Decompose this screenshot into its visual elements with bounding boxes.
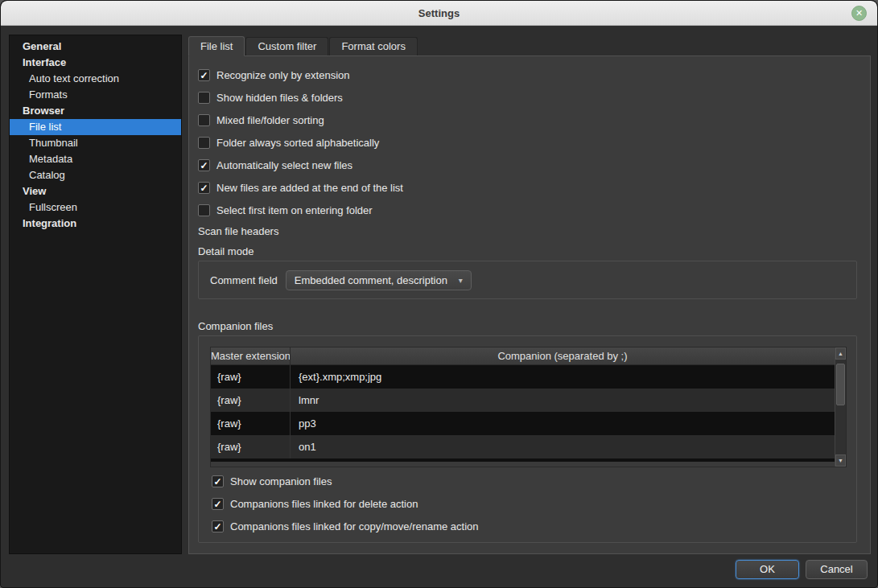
checkbox-label: Companions files linked for delete actio… (230, 498, 418, 510)
checkbox-mixed-sorting[interactable]: ✓ (198, 114, 210, 126)
checkbox-row: ✓ Mixed file/folder sorting (198, 113, 403, 126)
checkbox-row: ✓ Automatically select new files (198, 158, 403, 171)
checkbox-row: ✓ Companions files linked for delete act… (212, 497, 479, 510)
sidebar-item-general[interactable]: General (10, 39, 181, 55)
checkbox-label: Mixed file/folder sorting (216, 114, 324, 126)
sidebar-item-fullscreen[interactable]: Fullscreen (10, 199, 181, 216)
sidebar-item-metadata[interactable]: Metadata (10, 151, 181, 167)
sidebar: General Interface Auto text correction F… (9, 35, 182, 554)
comment-field-dropdown[interactable]: Embedded comment, description ▾ (286, 270, 472, 290)
chevron-down-icon: ▾ (459, 276, 463, 285)
checkbox-companions-copy-move-rename-action[interactable]: ✓ (212, 520, 224, 532)
sidebar-item-view[interactable]: View (10, 183, 181, 199)
checkbox-show-companion-files[interactable]: ✓ (212, 475, 224, 487)
check-icon: ✓ (213, 499, 221, 510)
cell-companion: lmnr (291, 389, 835, 412)
window-title: Settings (1, 1, 877, 26)
checkbox-label: Automatically select new files (216, 159, 352, 171)
cell-companion: {ext}.xmp;xmp;jpg (291, 365, 835, 389)
sidebar-item-file-list[interactable]: File list (10, 119, 181, 135)
table-header: Master extension Companion (separated by… (211, 347, 835, 365)
companion-files-label: Companion files (198, 320, 273, 332)
check-icon: ✓ (200, 70, 208, 81)
cell-companion: pp3 (291, 412, 835, 435)
checkbox-label: Companions files linked for copy/move/re… (230, 520, 479, 532)
tab-file-list[interactable]: File list (188, 36, 245, 56)
cell-master-extension: {raw} (211, 389, 291, 412)
checkbox-show-hidden-files[interactable]: ✓ (198, 92, 210, 104)
checkbox-label: Select first item on entering folder (216, 204, 373, 216)
table-row[interactable]: {raw} lmnr (211, 389, 835, 412)
close-button[interactable]: ✕ (851, 6, 867, 21)
checkbox-row: ✓ Show hidden files & folders (198, 91, 403, 104)
companion-table: Master extension Companion (separated by… (210, 347, 847, 467)
cell-master-extension: {raw} (211, 365, 291, 389)
sidebar-item-thumbnail[interactable]: Thumbnail (10, 135, 181, 151)
arrow-up-icon: ▲ (838, 351, 843, 356)
vertical-scrollbar[interactable]: ▲ ▼ (835, 347, 846, 467)
column-header-master-extension[interactable]: Master extension (211, 347, 291, 364)
detail-mode-groupbox: Comment field Embedded comment, descript… (198, 261, 857, 299)
file-list-tab-panel: ✓ Recognize only by extension ✓ Show hid… (188, 56, 871, 554)
sidebar-item-browser[interactable]: Browser (10, 103, 181, 119)
arrow-down-icon: ▼ (838, 458, 843, 463)
sidebar-item-interface[interactable]: Interface (10, 55, 181, 71)
checkbox-row: ✓ Companions files linked for copy/move/… (212, 520, 479, 532)
table-row[interactable]: {raw} {ext}.xmp;xmp;jpg (211, 365, 835, 389)
check-icon: ✓ (213, 521, 221, 532)
check-icon: ✓ (213, 476, 221, 487)
scroll-up-button[interactable]: ▲ (835, 347, 846, 360)
sidebar-item-catalog[interactable]: Catalog (10, 167, 181, 183)
companion-files-groupbox: Master extension Companion (separated by… (198, 335, 857, 543)
dropdown-value: Embedded comment, description (295, 274, 447, 286)
companion-options: ✓ Show companion files ✓ Companions file… (212, 475, 479, 542)
table-row[interactable]: {raw} on1 (211, 435, 835, 458)
checkbox-label: Show companion files (230, 475, 332, 487)
check-icon: ✓ (200, 160, 208, 171)
cell-master-extension: {raw} (211, 412, 291, 435)
checkbox-row: ✓ Recognize only by extension (198, 68, 403, 81)
tab-custom-filter[interactable]: Custom filter (245, 37, 328, 56)
cancel-button[interactable]: Cancel (806, 560, 868, 579)
checkbox-auto-select-new-files[interactable]: ✓ (198, 159, 210, 171)
checkbox-companions-delete-action[interactable]: ✓ (212, 498, 224, 510)
checkbox-row: ✓ Show companion files (212, 475, 479, 487)
cell-master-extension: {raw} (211, 435, 291, 458)
checkbox-label: Recognize only by extension (216, 69, 350, 81)
ok-button[interactable]: OK (736, 560, 799, 579)
scroll-down-button[interactable]: ▼ (835, 454, 846, 467)
cell-companion: on1 (291, 435, 835, 458)
scrollbar-thumb[interactable] (836, 364, 845, 405)
sidebar-item-integration[interactable]: Integration (10, 216, 181, 232)
checkbox-row: ✓ Select first item on entering folder (198, 204, 403, 216)
settings-window: Settings ✕ General Interface Auto text c… (0, 0, 878, 588)
close-icon: ✕ (855, 8, 863, 18)
check-icon: ✓ (200, 183, 208, 194)
file-list-options: ✓ Recognize only by extension ✓ Show hid… (198, 68, 403, 226)
comment-field-label: Comment field (210, 274, 278, 286)
horizontal-scrollbar-track[interactable] (211, 462, 835, 467)
checkbox-row: ✓ New files are added at the end of the … (198, 181, 403, 194)
tab-bar: File list Custom filter Format colors (188, 36, 418, 56)
sidebar-item-formats[interactable]: Formats (10, 87, 181, 103)
checkbox-recognize-only-by-extension[interactable]: ✓ (198, 69, 210, 81)
checkbox-label: New files are added at the end of the li… (216, 182, 403, 194)
table-row[interactable]: {raw} pp3 (211, 412, 835, 435)
checkbox-folder-sorted-alphabetically[interactable]: ✓ (198, 137, 210, 149)
detail-mode-label: Detail mode (198, 245, 254, 257)
sidebar-item-auto-text-correction[interactable]: Auto text correction (10, 71, 181, 87)
tab-format-colors[interactable]: Format colors (329, 37, 417, 56)
checkbox-label: Show hidden files & folders (216, 92, 343, 104)
checkbox-new-files-end-of-list[interactable]: ✓ (198, 182, 210, 194)
scan-file-headers-label: Scan file headers (198, 225, 278, 237)
checkbox-label: Folder always sorted alphabetically (216, 137, 379, 149)
titlebar: Settings ✕ (1, 1, 877, 26)
checkbox-row: ✓ Folder always sorted alphabetically (198, 136, 403, 149)
column-header-companion[interactable]: Companion (separated by ;) (291, 347, 835, 364)
checkbox-select-first-item[interactable]: ✓ (198, 204, 210, 216)
